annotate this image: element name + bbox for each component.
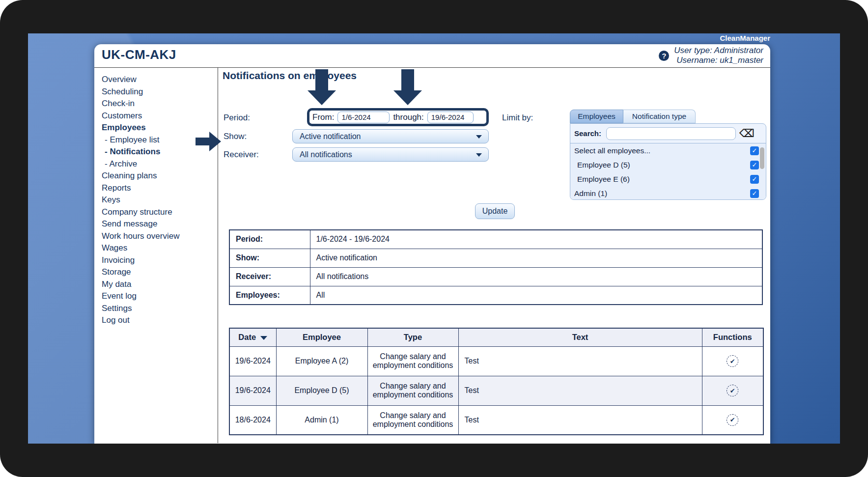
chevron-down-icon	[476, 153, 482, 157]
receiver-label: Receiver:	[224, 150, 259, 160]
notification-row: 18/6-2024Admin (1)Change salary and empl…	[229, 405, 763, 435]
notification-row: 19/6-2024Employee A (2)Change salary and…	[229, 346, 763, 376]
check-circle-icon[interactable]: ✔	[727, 385, 738, 396]
search-input[interactable]	[606, 127, 736, 140]
user-type-label: User type: Administrator	[674, 46, 763, 56]
checkbox-checked-icon[interactable]: ✓	[750, 189, 759, 198]
summary-value: Active notification	[310, 249, 762, 267]
arrow-head	[209, 132, 221, 151]
sidebar-item-keys[interactable]: Keys	[94, 194, 218, 206]
summary-value: All	[310, 286, 762, 305]
tab-notification-type[interactable]: Notification type	[623, 110, 696, 123]
cell-functions: ✔	[702, 405, 763, 435]
employee-option-label: Select all employees...	[574, 146, 650, 155]
cell-employee: Employee A (2)	[276, 346, 367, 376]
summary-value: 1/6-2024 - 19/6-2024	[310, 230, 762, 249]
checkbox-checked-icon[interactable]: ✓	[750, 146, 759, 155]
through-date-input[interactable]	[427, 112, 474, 123]
column-header-text: Text	[458, 328, 702, 346]
sidebar-item-customers[interactable]: Customers	[94, 110, 218, 122]
period-highlight-box: From: through:	[307, 108, 489, 126]
column-header-date[interactable]: Date	[229, 328, 276, 346]
sidebar-nav: OverviewSchedulingCheck-inCustomersEmplo…	[94, 68, 218, 443]
sidebar-item-cleaning-plans[interactable]: Cleaning plans	[94, 170, 218, 182]
employee-option-admin-1[interactable]: Admin (1)✓	[570, 186, 766, 200]
receiver-dropdown-value: All notifications	[300, 150, 352, 159]
employee-option-select-all-employees[interactable]: Select all employees...✓	[570, 143, 766, 158]
annotation-arrow-period	[196, 132, 221, 151]
check-circle-icon[interactable]: ✔	[727, 414, 738, 426]
show-label: Show:	[224, 132, 247, 141]
employee-option-label: Employee E (6)	[577, 175, 630, 184]
show-dropdown[interactable]: Active notification	[292, 129, 489, 143]
sidebar-item-log-out[interactable]: Log out	[94, 314, 218, 327]
tab-employees[interactable]: Employees	[570, 110, 623, 123]
sidebar-item-archive[interactable]: - Archive	[94, 158, 218, 170]
summary-label: Show:	[229, 249, 310, 267]
update-button[interactable]: Update	[475, 203, 515, 219]
help-icon[interactable]: ?	[659, 51, 669, 61]
cell-date: 19/6-2024	[229, 376, 276, 405]
cell-type: Change salary and employment conditions	[367, 346, 458, 376]
annotation-arrow-through-field	[393, 69, 422, 105]
sidebar-item-storage[interactable]: Storage	[94, 266, 218, 279]
sidebar-item-event-log[interactable]: Event log	[94, 290, 218, 303]
column-header-functions: Functions	[702, 328, 763, 346]
desktop-background: CleanManager UK-CM-AKJ ? User type: Admi…	[28, 33, 840, 444]
annotation-arrow-from-field	[308, 69, 336, 105]
arrow-head	[308, 90, 336, 105]
scrollbar-thumb[interactable]	[760, 147, 764, 169]
window-header: UK-CM-AKJ ? User type: Administrator Use…	[94, 44, 770, 68]
checkbox-checked-icon[interactable]: ✓	[750, 175, 759, 184]
arrow-head	[393, 90, 422, 105]
sidebar-item-company-structure[interactable]: Company structure	[94, 206, 218, 219]
brand-logo: CleanManager	[720, 34, 770, 42]
filter-summary-table: Period:1/6-2024 - 19/6-2024Show:Active n…	[229, 229, 763, 305]
sort-descending-icon	[260, 336, 267, 340]
cell-employee: Employee D (5)	[276, 376, 367, 405]
notifications-table: DateEmployeeTypeTextFunctions 19/6-2024E…	[229, 328, 764, 435]
sidebar-item-settings[interactable]: Settings	[94, 303, 218, 315]
screen-frame: CleanManager UK-CM-AKJ ? User type: Admi…	[0, 0, 868, 477]
sidebar-item-reports[interactable]: Reports	[94, 182, 218, 195]
sidebar-item-overview[interactable]: Overview	[94, 74, 218, 86]
arrow-stem	[401, 69, 414, 90]
sidebar-item-wages[interactable]: Wages	[94, 242, 218, 254]
column-header-type: Type	[367, 328, 458, 346]
search-label: Search:	[574, 129, 601, 138]
cell-type: Change salary and employment conditions	[367, 376, 458, 405]
employee-option-employee-e-6[interactable]: Employee E (6)✓	[570, 172, 766, 186]
summary-label: Period:	[229, 230, 310, 249]
from-label: From:	[312, 112, 334, 122]
limit-tabs: EmployeesNotification type	[570, 110, 696, 123]
employee-option-list: Select all employees...✓Employee D (5)✓E…	[570, 143, 766, 200]
user-lines: User type: Administrator Username: uk1_m…	[674, 46, 763, 65]
cell-functions: ✔	[702, 346, 763, 376]
cell-date: 19/6-2024	[229, 346, 276, 376]
column-header-employee: Employee	[276, 328, 367, 346]
receiver-dropdown[interactable]: All notifications	[292, 147, 489, 162]
checkbox-checked-icon[interactable]: ✓	[750, 161, 759, 169]
clear-search-icon[interactable]: ⌫	[739, 128, 755, 139]
summary-value: All notifications	[310, 267, 762, 286]
page-heading: Notifications on employees	[223, 70, 357, 82]
sidebar-item-scheduling[interactable]: Scheduling	[94, 86, 218, 98]
sidebar-item-invoicing[interactable]: Invoicing	[94, 254, 218, 267]
arrow-stem	[315, 69, 328, 90]
summary-row-show: Show:Active notification	[229, 249, 762, 267]
app-window: UK-CM-AKJ ? User type: Administrator Use…	[94, 44, 770, 444]
sidebar-item-check-in[interactable]: Check-in	[94, 98, 218, 110]
sidebar-item-my-data[interactable]: My data	[94, 279, 218, 291]
notification-row: 19/6-2024Employee D (5)Change salary and…	[229, 376, 763, 405]
check-circle-icon[interactable]: ✔	[727, 355, 738, 367]
cell-text: Test	[458, 346, 702, 376]
sidebar-item-send-message[interactable]: Send message	[94, 218, 218, 230]
from-date-input[interactable]	[337, 112, 390, 123]
summary-row-receiver: Receiver:All notifications	[229, 267, 762, 286]
sidebar-item-work-hours-overview[interactable]: Work hours overview	[94, 230, 218, 243]
arrow-stem	[196, 138, 209, 145]
employee-option-employee-d-5[interactable]: Employee D (5)✓	[570, 158, 766, 172]
period-label: Period:	[224, 113, 250, 123]
through-label: through:	[393, 112, 423, 122]
summary-label: Employees:	[229, 286, 310, 305]
